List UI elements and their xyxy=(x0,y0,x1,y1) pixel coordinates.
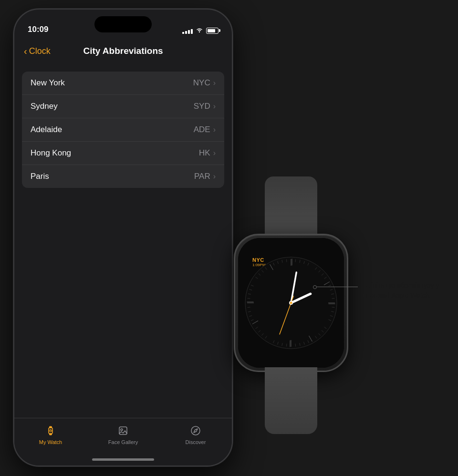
back-chevron-icon: ‹ xyxy=(24,46,27,57)
navigation-bar: ‹ Clock City Abbreviations xyxy=(14,38,232,64)
annotation-text: Змініть цю абревіатуру у програмі Apple … xyxy=(363,281,439,299)
watch-device: NYC 1:09PM +3HRS xyxy=(234,234,348,372)
chevron-right-icon: › xyxy=(213,149,216,157)
watch-band-top xyxy=(265,176,317,238)
watch-band-bottom xyxy=(265,367,317,434)
list-item[interactable]: Hong Kong HK › xyxy=(22,142,224,165)
chevron-right-icon: › xyxy=(213,102,216,111)
tab-face-gallery-label: Face Gallery xyxy=(108,439,138,445)
annotation-line xyxy=(317,287,358,287)
watch-crown xyxy=(348,273,348,290)
city-abbr: SYD xyxy=(194,102,210,111)
watch-body: NYC 1:09PM +3HRS xyxy=(234,234,348,372)
annotation: Змініть цю абревіатуру у програмі Apple … xyxy=(363,280,453,300)
watch-face: NYC 1:09PM +3HRS xyxy=(238,238,344,368)
wifi-icon xyxy=(196,27,203,34)
status-icons xyxy=(182,27,219,34)
city-list: New York NYC › Sydney SYD › Adelaide ADE… xyxy=(22,72,224,188)
list-item[interactable]: Sydney SYD › xyxy=(22,95,224,118)
analog-clock-face xyxy=(243,255,339,351)
discover-icon xyxy=(189,424,202,437)
tab-face-gallery[interactable]: Face Gallery xyxy=(87,424,159,445)
back-label: Clock xyxy=(29,46,51,56)
chevron-right-icon: › xyxy=(213,79,216,87)
chevron-right-icon: › xyxy=(213,125,216,134)
city-name: Sydney xyxy=(31,102,58,111)
city-abbr: ADE xyxy=(194,125,210,135)
svg-point-8 xyxy=(121,429,123,431)
city-abbr: NYC xyxy=(193,78,210,88)
svg-line-6 xyxy=(51,431,52,431)
svg-point-0 xyxy=(199,31,200,32)
city-abbr: PAR xyxy=(194,172,210,181)
face-gallery-icon xyxy=(116,424,130,437)
svg-point-75 xyxy=(290,302,292,304)
tab-my-watch-label: My Watch xyxy=(39,439,62,445)
city-abbr: HK xyxy=(199,148,210,158)
watch-icon xyxy=(44,424,57,437)
svg-point-9 xyxy=(191,426,200,435)
signal-icon xyxy=(182,27,193,34)
phone-device: 10:09 ‹ Clock xyxy=(13,9,233,466)
home-indicator xyxy=(92,458,154,461)
tab-my-watch[interactable]: My Watch xyxy=(14,424,87,445)
city-name: New York xyxy=(31,78,65,88)
watch-screen: NYC 1:09PM +3HRS xyxy=(238,238,344,368)
chevron-right-icon: › xyxy=(213,172,216,181)
back-button[interactable]: ‹ Clock xyxy=(24,46,51,57)
svg-rect-2 xyxy=(50,426,52,428)
list-item[interactable]: Adelaide ADE › xyxy=(22,118,224,142)
city-name: Hong Kong xyxy=(31,148,71,158)
list-item[interactable]: New York NYC › xyxy=(22,72,224,95)
status-time: 10:09 xyxy=(28,25,48,34)
battery-icon xyxy=(206,28,219,34)
page-title: City Abbreviations xyxy=(83,46,163,56)
annotation-dot xyxy=(313,285,317,289)
list-item[interactable]: Paris PAR › xyxy=(22,165,224,188)
city-name: Adelaide xyxy=(31,125,62,135)
tab-discover-label: Discover xyxy=(186,439,206,445)
svg-rect-3 xyxy=(50,434,52,435)
city-name: Paris xyxy=(31,172,49,181)
dynamic-island xyxy=(94,16,152,32)
tab-discover[interactable]: Discover xyxy=(159,424,232,445)
